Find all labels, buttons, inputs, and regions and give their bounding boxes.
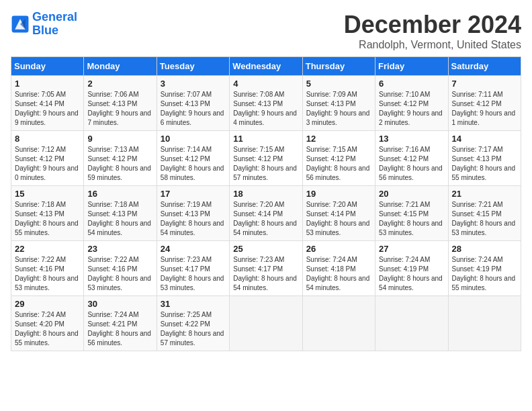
day-info: Sunrise: 7:19 AMSunset: 4:13 PMDaylight:… <box>161 201 224 236</box>
table-row: 20 Sunrise: 7:21 AMSunset: 4:15 PMDaylig… <box>375 186 448 241</box>
day-info: Sunrise: 7:08 AMSunset: 4:13 PMDaylight:… <box>233 91 297 126</box>
day-info: Sunrise: 7:24 AMSunset: 4:19 PMDaylight:… <box>452 256 516 291</box>
table-row: 21 Sunrise: 7:21 AMSunset: 4:15 PMDaylig… <box>448 186 521 241</box>
day-number: 14 <box>452 134 517 144</box>
day-number: 3 <box>161 79 226 89</box>
table-row: 18 Sunrise: 7:20 AMSunset: 4:14 PMDaylig… <box>230 186 302 241</box>
day-info: Sunrise: 7:20 AMSunset: 4:14 PMDaylight:… <box>233 201 297 236</box>
day-number: 15 <box>15 189 80 199</box>
table-row: 14 Sunrise: 7:17 AMSunset: 4:13 PMDaylig… <box>448 131 521 186</box>
day-number: 6 <box>379 79 444 89</box>
table-row: 17 Sunrise: 7:19 AMSunset: 4:13 PMDaylig… <box>157 186 229 241</box>
day-number: 22 <box>15 244 80 254</box>
day-info: Sunrise: 7:23 AMSunset: 4:17 PMDaylight:… <box>233 256 297 291</box>
col-friday: Friday <box>375 57 448 76</box>
col-tuesday: Tuesday <box>157 57 229 76</box>
day-info: Sunrise: 7:21 AMSunset: 4:15 PMDaylight:… <box>379 201 443 236</box>
day-info: Sunrise: 7:24 AMSunset: 4:21 PMDaylight:… <box>87 311 151 347</box>
table-row: 10 Sunrise: 7:14 AMSunset: 4:12 PMDaylig… <box>157 131 229 186</box>
table-row: 13 Sunrise: 7:16 AMSunset: 4:12 PMDaylig… <box>375 131 448 186</box>
table-row: 11 Sunrise: 7:15 AMSunset: 4:12 PMDaylig… <box>230 131 302 186</box>
month-title: December 2024 <box>344 11 521 39</box>
col-sunday: Sunday <box>11 57 84 76</box>
day-number: 31 <box>161 299 226 309</box>
table-row <box>302 296 375 351</box>
day-number: 18 <box>233 189 298 199</box>
table-row <box>448 296 521 351</box>
day-number: 13 <box>379 134 444 144</box>
table-row: 29 Sunrise: 7:24 AMSunset: 4:20 PMDaylig… <box>11 296 84 351</box>
table-row: 27 Sunrise: 7:24 AMSunset: 4:19 PMDaylig… <box>375 241 448 296</box>
day-info: Sunrise: 7:07 AMSunset: 4:13 PMDaylight:… <box>161 91 224 126</box>
day-info: Sunrise: 7:16 AMSunset: 4:12 PMDaylight:… <box>379 146 443 181</box>
day-number: 30 <box>87 299 152 309</box>
col-saturday: Saturday <box>448 57 521 76</box>
day-number: 5 <box>306 79 371 89</box>
day-number: 10 <box>161 134 226 144</box>
day-info: Sunrise: 7:11 AMSunset: 4:12 PMDaylight:… <box>452 91 516 126</box>
day-number: 16 <box>87 189 152 199</box>
day-number: 27 <box>379 244 444 254</box>
calendar-week-row: 1 Sunrise: 7:05 AMSunset: 4:14 PMDayligh… <box>11 76 521 131</box>
table-row: 22 Sunrise: 7:22 AMSunset: 4:16 PMDaylig… <box>11 241 84 296</box>
table-row: 28 Sunrise: 7:24 AMSunset: 4:19 PMDaylig… <box>448 241 521 296</box>
logo-icon <box>11 15 30 34</box>
table-row: 24 Sunrise: 7:23 AMSunset: 4:17 PMDaylig… <box>157 241 229 296</box>
day-info: Sunrise: 7:23 AMSunset: 4:17 PMDaylight:… <box>161 256 224 291</box>
day-info: Sunrise: 7:20 AMSunset: 4:14 PMDaylight:… <box>306 201 370 236</box>
col-wednesday: Wednesday <box>230 57 302 76</box>
location-title: Randolph, Vermont, United States <box>344 39 521 51</box>
calendar-week-row: 22 Sunrise: 7:22 AMSunset: 4:16 PMDaylig… <box>11 241 521 296</box>
calendar-week-row: 29 Sunrise: 7:24 AMSunset: 4:20 PMDaylig… <box>11 296 521 351</box>
table-row: 3 Sunrise: 7:07 AMSunset: 4:13 PMDayligh… <box>157 76 229 131</box>
table-row: 7 Sunrise: 7:11 AMSunset: 4:12 PMDayligh… <box>448 76 521 131</box>
calendar-week-row: 15 Sunrise: 7:18 AMSunset: 4:13 PMDaylig… <box>11 186 521 241</box>
day-info: Sunrise: 7:06 AMSunset: 4:13 PMDaylight:… <box>87 91 151 126</box>
day-number: 1 <box>15 79 80 89</box>
day-info: Sunrise: 7:22 AMSunset: 4:16 PMDaylight:… <box>87 256 151 291</box>
day-number: 29 <box>15 299 80 309</box>
day-info: Sunrise: 7:24 AMSunset: 4:19 PMDaylight:… <box>379 256 443 291</box>
day-number: 8 <box>15 134 80 144</box>
table-row: 19 Sunrise: 7:20 AMSunset: 4:14 PMDaylig… <box>302 186 375 241</box>
day-number: 12 <box>306 134 371 144</box>
day-number: 25 <box>233 244 298 254</box>
day-number: 23 <box>87 244 152 254</box>
table-row: 15 Sunrise: 7:18 AMSunset: 4:13 PMDaylig… <box>11 186 84 241</box>
day-info: Sunrise: 7:15 AMSunset: 4:12 PMDaylight:… <box>306 146 370 181</box>
calendar-header-row: Sunday Monday Tuesday Wednesday Thursday… <box>11 57 521 76</box>
day-info: Sunrise: 7:18 AMSunset: 4:13 PMDaylight:… <box>15 201 79 236</box>
table-row: 4 Sunrise: 7:08 AMSunset: 4:13 PMDayligh… <box>230 76 302 131</box>
day-info: Sunrise: 7:22 AMSunset: 4:16 PMDaylight:… <box>15 256 79 291</box>
day-number: 21 <box>452 189 517 199</box>
day-info: Sunrise: 7:17 AMSunset: 4:13 PMDaylight:… <box>452 146 516 181</box>
table-row: 1 Sunrise: 7:05 AMSunset: 4:14 PMDayligh… <box>11 76 84 131</box>
day-info: Sunrise: 7:18 AMSunset: 4:13 PMDaylight:… <box>87 201 151 236</box>
day-number: 19 <box>306 189 371 199</box>
table-row <box>375 296 448 351</box>
day-number: 26 <box>306 244 371 254</box>
day-number: 11 <box>233 134 298 144</box>
table-row: 6 Sunrise: 7:10 AMSunset: 4:12 PMDayligh… <box>375 76 448 131</box>
table-row: 5 Sunrise: 7:09 AMSunset: 4:13 PMDayligh… <box>302 76 375 131</box>
col-thursday: Thursday <box>302 57 375 76</box>
title-block: December 2024 Randolph, Vermont, United … <box>344 11 521 51</box>
table-row: 12 Sunrise: 7:15 AMSunset: 4:12 PMDaylig… <box>302 131 375 186</box>
day-info: Sunrise: 7:09 AMSunset: 4:13 PMDaylight:… <box>306 91 370 126</box>
table-row <box>230 296 302 351</box>
table-row: 31 Sunrise: 7:25 AMSunset: 4:22 PMDaylig… <box>157 296 229 351</box>
day-number: 24 <box>161 244 226 254</box>
table-row: 23 Sunrise: 7:22 AMSunset: 4:16 PMDaylig… <box>84 241 157 296</box>
day-number: 7 <box>452 79 517 89</box>
calendar-week-row: 8 Sunrise: 7:12 AMSunset: 4:12 PMDayligh… <box>11 131 521 186</box>
day-number: 2 <box>87 79 152 89</box>
day-number: 4 <box>233 79 298 89</box>
day-info: Sunrise: 7:25 AMSunset: 4:22 PMDaylight:… <box>161 311 224 347</box>
day-info: Sunrise: 7:14 AMSunset: 4:12 PMDaylight:… <box>161 146 224 181</box>
day-info: Sunrise: 7:24 AMSunset: 4:18 PMDaylight:… <box>306 256 370 291</box>
table-row: 9 Sunrise: 7:13 AMSunset: 4:12 PMDayligh… <box>84 131 157 186</box>
table-row: 26 Sunrise: 7:24 AMSunset: 4:18 PMDaylig… <box>302 241 375 296</box>
day-info: Sunrise: 7:05 AMSunset: 4:14 PMDaylight:… <box>15 91 79 126</box>
col-monday: Monday <box>84 57 157 76</box>
logo: General Blue <box>11 11 77 38</box>
